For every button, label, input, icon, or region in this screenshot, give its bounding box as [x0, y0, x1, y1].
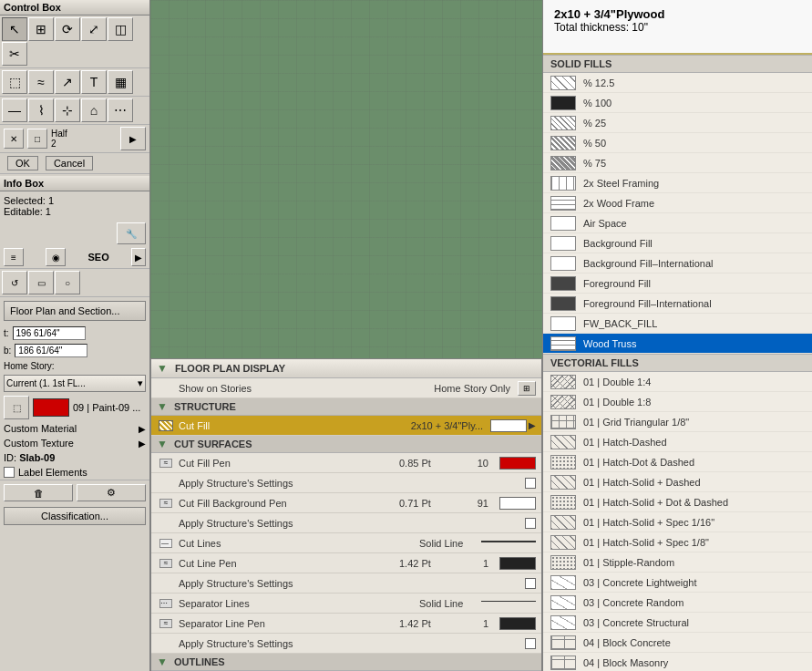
show-on-stories-value: Home Story Only [434, 383, 510, 394]
fill-item-hsolidspec18[interactable]: 01 | Hatch-Solid + Spec 1/8" [543, 532, 812, 552]
fill-item-hdotdash[interactable]: 01 | Hatch-Dot & Dashed [543, 452, 812, 472]
fill-item-pct25[interactable]: % 25 [543, 113, 812, 133]
grid-tool[interactable]: ⊹ [55, 98, 80, 122]
paint-icon-btn[interactable]: ⬚ [4, 396, 29, 419]
half-arrow[interactable]: ▶ [120, 127, 146, 150]
fill-swatch-construct [550, 615, 576, 630]
half-tool-b[interactable]: □ [27, 129, 47, 149]
fill-item-wood_truss[interactable]: Wood Truss [543, 334, 812, 354]
fill-item-masonry[interactable]: 04 | Block Masonry [543, 653, 812, 671]
info-extra-btn[interactable]: 🔧 [117, 222, 146, 244]
fill-item-conlite[interactable]: 03 | Concrete Lightweight [543, 573, 812, 593]
fill-item-grid18[interactable]: 01 | Grid Triangular 1/8" [543, 412, 812, 432]
fill-item-bgfill-int[interactable]: Background Fill–International [543, 253, 812, 274]
fill-item-fgfill[interactable]: Foreground Fill [543, 274, 812, 294]
more-tool[interactable]: ⋯ [108, 98, 133, 122]
fill-tool[interactable]: ▦ [108, 70, 133, 94]
show-on-stories-btn[interactable]: ⊞ [518, 381, 536, 396]
cut-fill-row[interactable]: Cut Fill 2x10 + 3/4"Ply... ▶ [151, 416, 541, 436]
separator-line-pen-swatch [499, 617, 536, 630]
shape-circle[interactable]: ○ [55, 271, 80, 294]
home-story-section: Home Story: [0, 359, 149, 373]
shape-rect[interactable]: ▭ [28, 271, 54, 294]
line-tool[interactable]: — [2, 98, 27, 122]
fill-item-hsoliddash[interactable]: 01 | Hatch-Solid + Dashed [543, 472, 812, 492]
cancel-button[interactable]: Cancel [46, 156, 93, 170]
fill-swatch-pct100 [550, 96, 576, 110]
story-select[interactable]: Current (1. 1st FL... ▾ [4, 375, 146, 392]
fill-item-label-pct50: % 50 [583, 138, 606, 149]
coord-t-input[interactable] [13, 326, 86, 340]
info-section: Selected: 1 Editable: 1 [0, 191, 149, 221]
fill-item-pct75[interactable]: % 75 [543, 153, 812, 173]
fill-item-label-wood_truss: Wood Truss [583, 338, 637, 349]
fill-item-pct50[interactable]: % 50 [543, 133, 812, 153]
toolbar-row-1: ↖ ⊞ ⟳ ⤢ ◫ ✂ [0, 15, 149, 68]
mirror-tool[interactable]: ◫ [108, 17, 133, 41]
paint-row: ⬚ 09 | Paint-09 ... [0, 394, 149, 421]
seo-arrow-btn[interactable]: ▶ [131, 248, 146, 266]
apply-structure-4-checkbox[interactable] [525, 638, 536, 649]
fill-item-hsolidspec16[interactable]: 01 | Hatch-Solid + Spec 1/16" [543, 512, 812, 532]
fill-swatch-fgfill [550, 276, 576, 291]
classification-button[interactable]: Classification... [4, 507, 146, 525]
toolbar-row-2: ⬚ ≈ ↗ T ▦ [0, 68, 149, 97]
solid-fills-title: SOLID FILLS [543, 55, 812, 73]
draw-tool[interactable]: ⬚ [2, 70, 27, 94]
half-row: ✕ □ Half 2 ▶ [0, 125, 149, 153]
fill-item-block[interactable]: 04 | Block Concrete [543, 633, 812, 653]
node-tool[interactable]: ⌂ [81, 98, 107, 122]
half-label: Half 2 [51, 129, 67, 149]
half-tool-a[interactable]: ✕ [4, 129, 24, 149]
select-tool[interactable]: ↖ [2, 17, 27, 41]
toolbar-row-3: — ⌇ ⊹ ⌂ ⋯ [0, 97, 149, 125]
fill-swatch-fgfill-int [550, 296, 576, 311]
apply-structure-3-checkbox[interactable] [525, 578, 536, 589]
seo-eye-btn[interactable]: ◉ [46, 248, 66, 266]
fill-item-dbl14[interactable]: 01 | Double 1:4 [543, 372, 812, 392]
fill-swatch-pct50 [550, 136, 576, 150]
fill-item-bgfill[interactable]: Background Fill [543, 233, 812, 253]
text-tool[interactable]: T [81, 70, 107, 94]
shape-back[interactable]: ↺ [2, 271, 27, 294]
ok-cancel-row: OK Cancel [0, 153, 149, 174]
cut-lines-row: — Cut Lines Solid Line [151, 533, 541, 553]
scale-tool[interactable]: ⤢ [81, 17, 107, 41]
fill-item-air[interactable]: Air Space [543, 213, 812, 233]
transform-tool[interactable]: ⊞ [28, 17, 54, 41]
fill-item-pct12[interactable]: % 12.5 [543, 73, 812, 93]
fill-item-pct100[interactable]: % 100 [543, 93, 812, 113]
fill-item-wood[interactable]: 2x Wood Frame [543, 193, 812, 213]
special-tool[interactable]: ✂ [2, 42, 27, 66]
floor-plan-section-button[interactable]: Floor Plan and Section... [4, 301, 146, 321]
fill-item-stipple[interactable]: 01 | Stipple-Random [543, 552, 812, 573]
settings-btn[interactable]: ⚙ [77, 484, 146, 501]
fill-item-conrand[interactable]: 03 | Concrete Random [543, 593, 812, 613]
fill-item-construct[interactable]: 03 | Concrete Structural [543, 613, 812, 633]
seo-left-btn[interactable]: ≡ [4, 248, 24, 266]
fill-item-hsoliddotdash[interactable]: 01 | Hatch-Solid + Dot & Dashed [543, 492, 812, 512]
dash-tool[interactable]: ⌇ [28, 98, 54, 122]
apply-structure-2-checkbox[interactable] [525, 518, 536, 529]
fill-item-fgfill-int[interactable]: Foreground Fill–International [543, 294, 812, 314]
measure-tool[interactable]: ≈ [28, 70, 54, 94]
apply-structure-2-row: Apply Structure's Settings [151, 513, 541, 533]
fill-item-steel[interactable]: 2x Steel Framing [543, 173, 812, 193]
ok-button[interactable]: OK [7, 156, 38, 170]
fill-item-label-hsolidspec18: 01 | Hatch-Solid + Spec 1/8" [583, 537, 709, 548]
solid-fills-list: % 12.5 % 100 % 25 % 50 % 75 2x Steel Fra… [543, 73, 812, 354]
cut-fill-icon [157, 418, 175, 433]
fill-preview: 2x10 + 3/4"Plywood Total thickness: 10" [543, 0, 812, 55]
curve-tool[interactable]: ↗ [55, 70, 80, 94]
apply-structure-1-checkbox[interactable] [525, 478, 536, 489]
dropdown-panel: ▼ FLOOR PLAN DISPLAY Show on Stories Hom… [150, 358, 542, 671]
fill-item-label-bgfill: Background Fill [583, 238, 653, 249]
vectorial-fills-list: 01 | Double 1:4 01 | Double 1:8 01 | Gri… [543, 372, 812, 671]
fill-item-dbl18[interactable]: 01 | Double 1:8 [543, 392, 812, 412]
label-elements-checkbox[interactable] [4, 467, 15, 478]
trash-btn[interactable]: 🗑 [4, 484, 73, 501]
coord-b-input[interactable] [15, 344, 87, 357]
fill-item-fw_back[interactable]: FW_BACK_FILL [543, 314, 812, 334]
rotate-tool[interactable]: ⟳ [55, 17, 80, 41]
fill-item-hdash[interactable]: 01 | Hatch-Dashed [543, 432, 812, 452]
